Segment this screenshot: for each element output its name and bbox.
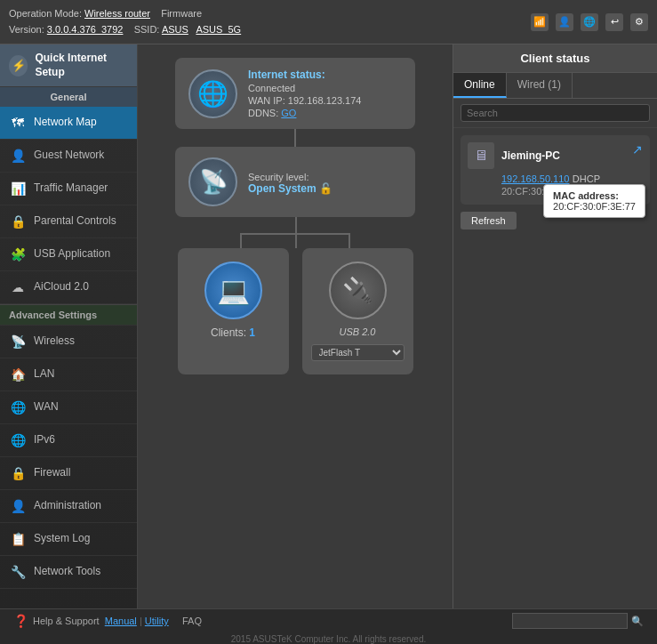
sidebar-item-firewall[interactable]: 🔒 Firewall bbox=[0, 457, 137, 490]
clients-count: 1 bbox=[249, 326, 255, 339]
sidebar-item-wan[interactable]: 🌐 WAN bbox=[0, 391, 137, 424]
refresh-button[interactable]: Refresh bbox=[461, 212, 517, 229]
client-header: 🖥 Jieming-PC ↗ bbox=[468, 142, 643, 169]
sidebar-item-label-firewall: Firewall bbox=[34, 466, 70, 480]
client-status-tabs: Online Wired (1) bbox=[453, 73, 657, 99]
sidebar-item-network-tools[interactable]: 🔧 Network Tools bbox=[0, 556, 137, 589]
settings-icon[interactable]: ⚙ bbox=[630, 13, 648, 31]
lock-icon: 🔓 bbox=[319, 182, 333, 195]
internet-status-label: Internet status: bbox=[248, 68, 402, 81]
mac-tooltip-label: MAC address: bbox=[553, 190, 636, 201]
client-name: Jieming-PC bbox=[501, 149, 560, 162]
footer-top: ❓ Help & Support Manual | Utility FAQ 🔍 bbox=[0, 609, 657, 632]
router-info: Security level: Open System 🔓 bbox=[248, 170, 402, 195]
sidebar: ⚡ Quick Internet Setup General 🗺 Network… bbox=[0, 44, 138, 608]
arrow-icon[interactable]: ↩ bbox=[605, 13, 623, 31]
sidebar-item-label-usb-application: USB Application bbox=[34, 247, 110, 262]
branch-right-line bbox=[349, 233, 350, 249]
globe-icon[interactable]: 🌐 bbox=[581, 13, 598, 31]
firewall-icon: 🔒 bbox=[9, 464, 27, 482]
sidebar-item-label-network-tools: Network Tools bbox=[34, 565, 100, 579]
network-tools-icon: 🔧 bbox=[9, 563, 27, 581]
globe-internet-icon: 🌐 bbox=[188, 69, 237, 118]
lan-icon: 🏠 bbox=[9, 366, 27, 383]
clients-icon: 💻 bbox=[204, 262, 262, 319]
quick-internet-setup[interactable]: ⚡ Quick Internet Setup bbox=[0, 44, 137, 87]
client-search-input[interactable] bbox=[461, 104, 650, 122]
help-support[interactable]: ❓ Help & Support bbox=[13, 614, 100, 628]
top-bar-info: Operation Mode: Wireless router Firmware… bbox=[9, 6, 531, 37]
search-icon[interactable]: 🔍 bbox=[631, 616, 644, 627]
guest-network-icon: 👤 bbox=[9, 147, 27, 165]
lightning-icon: ⚡ bbox=[9, 55, 28, 76]
internet-box: 🌐 Internet status: Connected WAN IP: 192… bbox=[175, 58, 415, 129]
client-status-title: Client status bbox=[453, 44, 657, 73]
clients-box[interactable]: 💻 Clients: 1 bbox=[178, 248, 289, 374]
branch-lines bbox=[175, 217, 415, 248]
sidebar-item-traffic-manager[interactable]: 📊 Traffic Manager bbox=[0, 173, 137, 205]
sidebar-item-usb-application[interactable]: 🧩 USB Application bbox=[0, 238, 137, 271]
system-log-icon: 📋 bbox=[9, 530, 27, 548]
footer-search: 🔍 bbox=[512, 613, 644, 629]
manual-link[interactable]: Manual bbox=[105, 616, 137, 626]
sidebar-item-network-map[interactable]: 🗺 Network Map bbox=[0, 107, 137, 140]
aicloud-icon: ☁ bbox=[9, 278, 27, 296]
sidebar-item-label-wan: WAN bbox=[34, 400, 59, 415]
operation-mode-value: Wireless router bbox=[84, 8, 150, 19]
usb-device-select[interactable]: JetFlash T bbox=[311, 344, 405, 361]
tab-wired[interactable]: Wired (1) bbox=[507, 73, 573, 98]
wifi-icon[interactable]: 📶 bbox=[531, 13, 549, 31]
client-ip[interactable]: 192.168.50.110 bbox=[501, 173, 569, 184]
ssid-label: SSID: bbox=[134, 24, 160, 35]
sidebar-item-system-log[interactable]: 📋 System Log bbox=[0, 523, 137, 556]
ssid-value: ASUS bbox=[162, 24, 188, 35]
ddns-go-link[interactable]: GO bbox=[281, 108, 296, 118]
version-label: Version: bbox=[9, 24, 44, 35]
top-bar-icons: 📶 👤 🌐 ↩ ⚙ bbox=[531, 13, 648, 31]
help-support-label: Help & Support bbox=[33, 616, 100, 626]
administration-icon: 👤 bbox=[9, 497, 27, 515]
traffic-manager-icon: 📊 bbox=[9, 180, 27, 197]
quick-setup-label: Quick Internet Setup bbox=[35, 52, 128, 79]
mac-tooltip: MAC address: 20:CF:30:0F:3E:77 bbox=[543, 184, 645, 218]
sidebar-item-guest-network[interactable]: 👤 Guest Network bbox=[0, 140, 137, 173]
router-icon: 📡 bbox=[188, 157, 237, 206]
sidebar-item-administration[interactable]: 👤 Administration bbox=[0, 490, 137, 523]
mac-tooltip-value: 20:CF:30:0F:3E:77 bbox=[553, 201, 636, 212]
sidebar-item-lan[interactable]: 🏠 LAN bbox=[0, 358, 137, 391]
tab-online[interactable]: Online bbox=[453, 73, 507, 98]
sidebar-item-parental-controls[interactable]: 🔒 Parental Controls bbox=[0, 205, 137, 238]
utility-link[interactable]: Utility bbox=[145, 616, 169, 626]
ssid-5g-value: ASUS_5G bbox=[196, 24, 241, 35]
network-map-area: 🌐 Internet status: Connected WAN IP: 192… bbox=[138, 44, 657, 608]
parental-controls-icon: 🔒 bbox=[9, 213, 27, 230]
client-arrow-icon[interactable]: ↗ bbox=[632, 142, 643, 157]
wan-icon: 🌐 bbox=[9, 398, 27, 416]
sidebar-item-label-parental-controls: Parental Controls bbox=[34, 214, 116, 229]
top-bar: Operation Mode: Wireless router Firmware… bbox=[0, 0, 657, 44]
sidebar-item-label-ipv6: IPv6 bbox=[34, 433, 55, 447]
footer-copyright: 2015 ASUSTeK Computer Inc. All rights re… bbox=[0, 632, 657, 644]
footer-links: Manual | Utility bbox=[105, 616, 169, 626]
wan-ip: WAN IP: 192.168.123.174 bbox=[248, 95, 402, 106]
sidebar-item-ipv6[interactable]: 🌐 IPv6 bbox=[0, 424, 137, 457]
ipv6-icon: 🌐 bbox=[9, 431, 27, 449]
internet-status-value: Connected bbox=[248, 83, 402, 93]
user-icon[interactable]: 👤 bbox=[556, 13, 573, 31]
footer-wrapper: ❓ Help & Support Manual | Utility FAQ 🔍 … bbox=[0, 608, 657, 644]
usb-application-icon: 🧩 bbox=[9, 246, 27, 263]
main-layout: ⚡ Quick Internet Setup General 🗺 Network… bbox=[0, 44, 657, 608]
sidebar-item-label-administration: Administration bbox=[34, 499, 101, 513]
client-status-panel: Client status Online Wired (1) 🖥 Jieming… bbox=[453, 44, 657, 608]
footer-search-input[interactable] bbox=[512, 613, 628, 629]
branch-h-line bbox=[240, 233, 350, 235]
clients-label: Clients: 1 bbox=[211, 326, 255, 339]
sidebar-item-wireless[interactable]: 📡 Wireless bbox=[0, 326, 137, 358]
client-search-container bbox=[453, 99, 657, 128]
sidebar-item-aicloud[interactable]: ☁ AiCloud 2.0 bbox=[0, 271, 137, 304]
branch-left-line bbox=[240, 233, 242, 249]
firmware-label: Firmware bbox=[161, 8, 202, 19]
help-icon: ❓ bbox=[13, 614, 28, 628]
usb-label: USB 2.0 bbox=[340, 326, 376, 337]
client-method: DHCP bbox=[573, 173, 600, 184]
